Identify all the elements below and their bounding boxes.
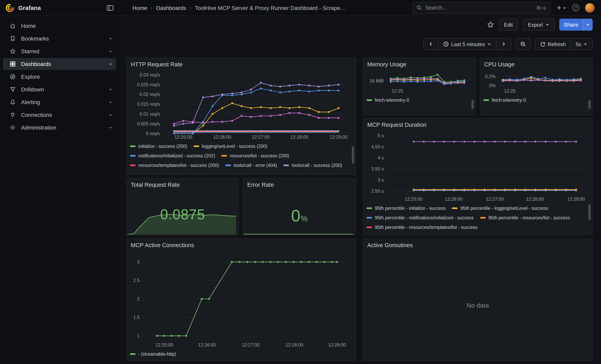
legend-item[interactable]: initialize - success (200) — [130, 141, 187, 151]
legend-item[interactable]: 95th percentile - resources/list - succe… — [480, 213, 570, 223]
http-request-rate-chart[interactable]: 0 req/s0.005 req/s0.01 req/s0.015 req/s0… — [130, 70, 352, 140]
svg-text:12:27:00: 12:27:00 — [486, 197, 504, 202]
legend-item[interactable]: tools/call - success (200) — [283, 160, 342, 170]
chevron-down-icon[interactable] — [108, 112, 113, 117]
legend-scrollbar[interactable] — [588, 100, 591, 109]
panel-title[interactable]: MCP Request Duration — [367, 122, 589, 130]
sidebar-item-dashboards[interactable]: Dashboards — [3, 58, 116, 70]
memory-usage-chart[interactable]: 16 MiB12:25 — [367, 70, 472, 94]
export-button-label: Export — [528, 22, 543, 28]
legend-label: 95th percentile - initialize - success — [375, 206, 446, 211]
chevron-down-icon[interactable] — [108, 100, 113, 105]
time-forward-button[interactable] — [496, 38, 511, 50]
help-button[interactable]: ? — [572, 4, 579, 11]
legend-item[interactable]: tools/list - success (200) — [130, 170, 187, 171]
chevron-down-icon[interactable] — [108, 36, 113, 41]
legend-item[interactable]: 95th percentile - notifications/initiali… — [367, 213, 474, 223]
legend-item[interactable]: notifications/initialized - success (202… — [130, 151, 215, 160]
legend-item[interactable]: - (streamable-http) — [130, 349, 176, 358]
chevron-down-icon[interactable] — [108, 49, 113, 54]
legend-item[interactable]: logging/setLevel - success (200) — [193, 141, 267, 151]
edit-button[interactable]: Edit — [499, 19, 518, 31]
legend-chip — [452, 207, 458, 209]
legend-item[interactable]: unknown - success (200) — [194, 170, 253, 171]
top-bar: Grafana Home › Dashboards › ToolHive MCP… — [0, 0, 601, 16]
panel-title[interactable]: Memory Usage — [367, 61, 472, 70]
search-input[interactable]: Search... ⌘+k — [412, 2, 551, 14]
chevron-down-icon — [583, 42, 588, 46]
sidebar-item-administration[interactable]: Administration — [3, 122, 116, 134]
svg-text:0 req/s: 0 req/s — [146, 131, 160, 136]
chevron-down-icon[interactable] — [108, 62, 113, 66]
refresh-button[interactable]: Refresh — [535, 38, 571, 50]
export-button[interactable]: Export — [523, 19, 554, 31]
sidebar-item-label: Explore — [21, 74, 40, 80]
top-actions: + ? — [551, 3, 601, 12]
legend-scrollbar[interactable] — [471, 100, 474, 109]
cpu-usage-chart[interactable]: 0.2%0%12:25 — [483, 70, 589, 94]
legend-item[interactable]: 95th percentile - logging/setLevel - suc… — [452, 204, 548, 213]
sidebar-item-label: Connections — [21, 112, 52, 118]
sidebar-item-starred[interactable]: Starred — [3, 45, 116, 57]
sidebar-item-alerting[interactable]: Alerting — [3, 96, 116, 108]
legend-scrollbar[interactable] — [588, 204, 591, 220]
legend-item[interactable]: tools/call - error (404) — [225, 160, 277, 170]
legend-label: resources/templates/list - success (200) — [138, 163, 219, 168]
collapse-sidebar-icon[interactable] — [107, 5, 114, 11]
legend-scrollbar[interactable] — [352, 146, 354, 164]
mcp-active-connections-chart[interactable]: 11.522.5312:25:0012:26:0012:27:0012:28:0… — [130, 251, 352, 348]
sidebar-item-explore[interactable]: Explore — [3, 71, 116, 83]
legend-label: - (streamable-http) — [138, 352, 176, 356]
sidebar-item-drilldown[interactable]: Drilldown — [3, 83, 116, 95]
svg-text:16 MiB: 16 MiB — [370, 78, 384, 83]
panel-title[interactable]: MCP Active Connections — [130, 242, 352, 251]
breadcrumb-dashboards[interactable]: Dashboards — [156, 5, 186, 11]
time-back-button[interactable] — [423, 38, 438, 50]
legend-item[interactable]: resources/templates/list - success (200) — [130, 160, 219, 170]
time-range-picker[interactable]: Last 5 minutes — [438, 38, 496, 50]
grafana-logo-icon[interactable] — [6, 3, 14, 12]
zoom-out-button[interactable] — [515, 38, 531, 50]
panel-mcp-active-connections: MCP Active Connections 11.522.5312:25:00… — [126, 238, 356, 361]
chevron-down-icon — [545, 23, 549, 27]
svg-text:0%: 0% — [489, 83, 495, 88]
svg-text:0.025 req/s: 0.025 req/s — [137, 82, 160, 87]
legend-item[interactable]: 95th percentile - resources/templates/li… — [367, 223, 477, 232]
topbar-left: Grafana — [0, 3, 119, 12]
panel-title[interactable]: Error Rate — [246, 182, 352, 190]
mcp-request-duration-chart[interactable]: 2.50 s3 s3.50 s4 s4.50 s5 s12:25:0012:26… — [367, 130, 589, 202]
panel-title[interactable]: HTTP Request Rate — [130, 61, 352, 70]
search-shortcut: ⌘+k — [536, 5, 546, 10]
legend-item[interactable]: resources/list - success (200) — [221, 151, 289, 160]
svg-text:12:28:00: 12:28:00 — [526, 197, 544, 202]
legend-item[interactable]: 95th percentile - initialize - success — [367, 204, 446, 213]
svg-text:0.015 req/s: 0.015 req/s — [137, 101, 160, 107]
breadcrumb-separator: › — [190, 5, 191, 11]
new-menu-button[interactable]: + — [557, 4, 566, 11]
svg-text:5 s: 5 s — [378, 133, 384, 138]
user-avatar[interactable] — [585, 3, 595, 12]
panel-title[interactable]: CPU Usage — [483, 61, 589, 70]
share-menu-button[interactable] — [583, 19, 593, 31]
bookmark-icon — [10, 35, 16, 42]
chevron-down-icon[interactable] — [108, 87, 113, 92]
svg-text:12:26:00: 12:26:00 — [198, 342, 216, 347]
star-dashboard-icon[interactable] — [487, 21, 494, 28]
share-button[interactable]: Share — [559, 19, 583, 31]
chevron-down-icon[interactable] — [108, 125, 113, 130]
sidebar-item-bookmarks[interactable]: Bookmarks — [3, 33, 116, 45]
legend-item[interactable]: fetch-telemetry-0 — [483, 95, 526, 104]
panel-title[interactable]: Total Request Rate — [130, 182, 235, 190]
gear-icon — [10, 124, 16, 131]
sidebar-item-label: Administration — [21, 124, 56, 131]
breadcrumb-current: ToolHive MCP Server & Proxy Runner Dashb… — [195, 5, 345, 11]
refresh-interval-picker[interactable]: 5s — [571, 38, 593, 50]
sidebar-item-connections[interactable]: Connections — [3, 109, 116, 121]
sidebar-item-home[interactable]: Home — [3, 20, 116, 32]
sidebar-item-label: Home — [21, 23, 36, 29]
svg-text:12:29:00: 12:29:00 — [328, 342, 346, 347]
panel-title[interactable]: Active Goroutines — [367, 242, 589, 251]
svg-text:12:26:00: 12:26:00 — [213, 135, 231, 140]
breadcrumb-home[interactable]: Home — [132, 5, 147, 11]
legend-item[interactable]: fetch-telemetry-0 — [367, 95, 409, 104]
